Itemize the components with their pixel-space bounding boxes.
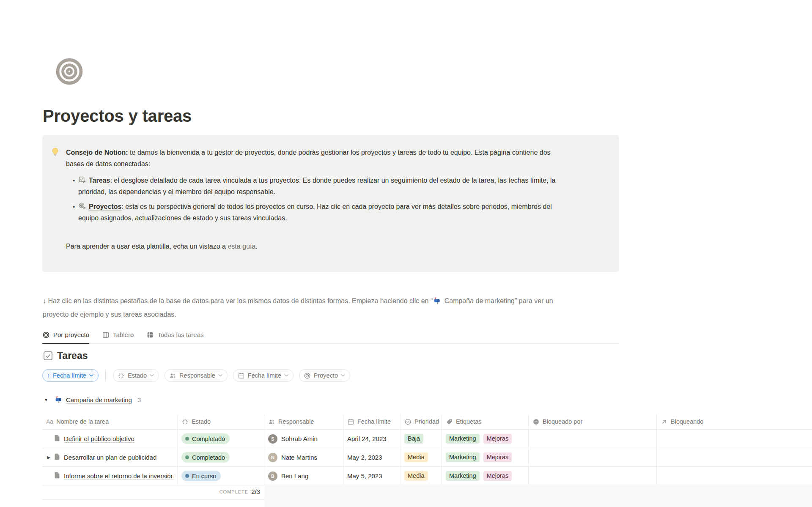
blocking-cell[interactable] <box>657 467 812 485</box>
task-name-link[interactable]: Informe sobre el retorno de la inversión <box>64 472 173 480</box>
bullet-marker: • <box>66 201 78 224</box>
column-header-responsable[interactable]: Responsable <box>264 414 343 429</box>
status-dot-icon <box>185 455 189 459</box>
projects-db-link-icon <box>78 202 86 210</box>
tab-todas-las-tareas[interactable]: Todas las tareas <box>146 326 203 343</box>
people-icon <box>169 372 176 379</box>
task-name-link[interactable]: Desarrollar un plan de publicidad <box>64 454 156 461</box>
arrow-up-right-icon <box>661 418 668 425</box>
calendar-icon <box>347 418 354 425</box>
page-title: Proyectos y tareas <box>43 107 192 126</box>
filter-pill-label: Proyecto <box>314 372 338 379</box>
tag-badge: Marketing <box>446 471 480 481</box>
column-header-bloqueando[interactable]: Bloqueando <box>657 414 812 429</box>
tab-label: Tablero <box>113 331 134 338</box>
tab-por-proyecto[interactable]: Por proyecto <box>42 326 89 343</box>
tasks-db-link-icon <box>78 176 86 184</box>
blocked-icon <box>532 418 540 425</box>
page-icon <box>53 453 61 462</box>
priority-badge: Media <box>404 452 428 462</box>
tags-cell[interactable]: MarketingMejoras <box>442 430 529 448</box>
callout-footer-text: Para aprender a usar esta plantilla, ech… <box>66 243 228 250</box>
database-title: Tareas <box>43 350 88 362</box>
table-header-row: AaNombre de la tarea Estado Responsable … <box>42 414 812 429</box>
table-row: ▶ Desarrollar un plan de publicidad Comp… <box>42 448 812 466</box>
tag-badge: Mejoras <box>483 452 512 462</box>
due-date-cell[interactable]: May 2, 2023 <box>343 448 401 466</box>
filter-pill-responsable[interactable]: Responsable <box>165 369 228 382</box>
callout-footer: Para aprender a usar esta plantilla, ech… <box>66 241 609 252</box>
tags-cell[interactable]: MarketingMejoras <box>442 448 529 466</box>
blocking-cell[interactable] <box>657 430 812 448</box>
status-badge: En curso <box>181 471 221 481</box>
status-badge: Completado <box>181 433 230 444</box>
filter-pill-estado[interactable]: Estado <box>113 369 159 382</box>
callout-intro-bold: Consejo de Notion: <box>66 149 128 156</box>
column-header-fecha-limite[interactable]: Fecha límite <box>343 414 401 429</box>
group-name-link[interactable]: Campaña de marketing <box>66 396 132 404</box>
calc-label: COMPLETE <box>219 489 249 494</box>
task-name-link[interactable]: Definir el público objetivo <box>64 435 134 443</box>
status-spinner-icon <box>118 372 125 379</box>
chevron-down-icon <box>89 374 93 377</box>
priority-cell[interactable]: Media <box>401 448 442 466</box>
due-date-cell[interactable]: April 24, 2023 <box>343 430 401 448</box>
priority-cell[interactable]: Baja <box>401 430 442 448</box>
tab-label: Por proyecto <box>53 331 89 338</box>
sort-pill-fecha-limite[interactable]: ↑ Fecha límite <box>42 369 99 382</box>
filter-pill-fecha-limite[interactable]: Fecha límite <box>233 369 294 382</box>
expand-toggle[interactable]: ▶ <box>44 455 53 460</box>
tags-cell[interactable]: MarketingMejoras <box>442 467 529 485</box>
bottom-strip <box>264 484 812 507</box>
task-name-cell[interactable]: Definir el público objetivo <box>42 430 178 448</box>
notion-tip-callout: Consejo de Notion: te damos la bienvenid… <box>42 135 619 272</box>
blocked-by-cell[interactable] <box>529 448 657 466</box>
table-row: Informe sobre el retorno de la inversión… <box>42 466 812 485</box>
assignee-cell[interactable]: NNate Martins <box>264 448 343 466</box>
blocked-by-cell[interactable] <box>529 467 657 485</box>
assignee-cell[interactable]: SSohrab Amin <box>264 430 343 448</box>
tag-icon <box>446 418 453 425</box>
page-icon-bullseye[interactable] <box>55 58 83 85</box>
assignee-name: Ben Lang <box>281 472 308 480</box>
mailbox-icon <box>55 396 63 404</box>
column-header-estado[interactable]: Estado <box>178 414 264 429</box>
group-header-campana-de-marketing: ▼ Campaña de marketing 3 <box>44 396 141 404</box>
tasks-db-link[interactable]: Tareas <box>89 177 110 184</box>
guide-link[interactable]: esta guía <box>228 243 255 250</box>
people-icon <box>268 418 275 425</box>
database-title-text: Tareas <box>57 350 88 362</box>
calculation-row[interactable]: COMPLETE 2/3 <box>42 484 264 500</box>
filter-bar: ↑ Fecha límite Estado Responsable Fecha … <box>42 369 350 382</box>
blocking-cell[interactable] <box>657 448 812 466</box>
filter-pill-proyecto[interactable]: Proyecto <box>299 369 350 382</box>
tag-badge: Marketing <box>446 452 480 462</box>
chevron-down-icon <box>341 374 345 377</box>
priority-badge: Baja <box>404 434 423 444</box>
page-icon <box>53 434 61 443</box>
calc-value: 2/3 <box>251 488 260 495</box>
assignee-cell[interactable]: BBen Lang <box>264 467 343 485</box>
assignee-name: Nate Martins <box>281 454 317 461</box>
status-cell[interactable]: Completado <box>178 448 264 466</box>
projects-db-link[interactable]: Proyectos <box>89 203 121 211</box>
column-header-bloqueado-por[interactable]: Bloqueado por <box>529 414 657 429</box>
status-cell[interactable]: Completado <box>178 430 264 448</box>
column-header-nombre[interactable]: AaNombre de la tarea <box>42 414 178 429</box>
priority-cell[interactable]: Media <box>401 467 442 485</box>
task-name-cell[interactable]: ▶ Desarrollar un plan de publicidad <box>42 448 178 466</box>
collapse-triangle-icon[interactable]: ▼ <box>44 397 55 402</box>
chevron-down-icon <box>284 374 288 377</box>
status-cell[interactable]: En curso <box>178 467 264 485</box>
blocked-by-cell[interactable] <box>529 430 657 448</box>
task-name-cell[interactable]: Informe sobre el retorno de la inversión <box>42 467 178 485</box>
avatar: B <box>268 471 277 481</box>
status-dot-icon <box>185 474 189 478</box>
target-icon <box>42 331 50 339</box>
due-date-cell[interactable]: May 5, 2023 <box>343 467 401 485</box>
tab-tablero[interactable]: Tablero <box>102 326 134 343</box>
column-header-etiquetas[interactable]: Etiquetas <box>442 414 529 429</box>
status-dot-icon <box>185 437 189 441</box>
tag-badge: Mejoras <box>483 434 512 444</box>
column-header-prioridad[interactable]: Prioridad <box>401 414 442 429</box>
